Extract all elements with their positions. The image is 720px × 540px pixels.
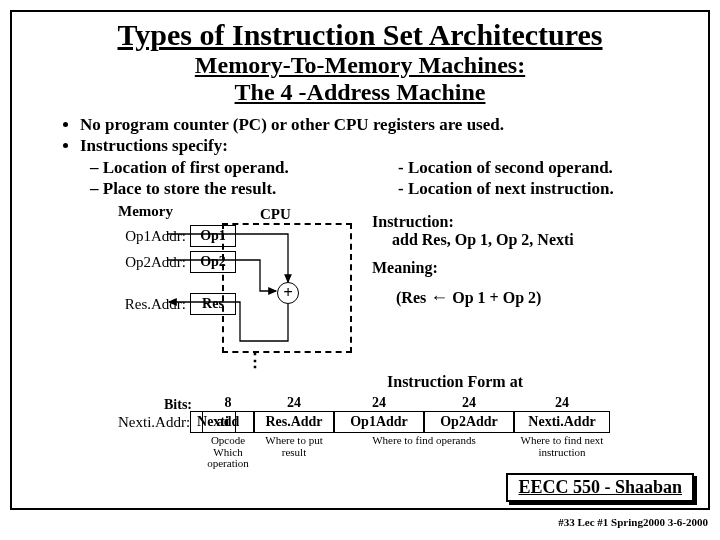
bits-label: Bits: bbox=[164, 397, 192, 413]
desc-nexti: Where to find next instruction bbox=[514, 433, 610, 472]
meaning-equation: (Res ← Op 1 + Op 2) bbox=[396, 287, 574, 308]
lecture-line: #33 Lec #1 Spring2000 3-6-2000 bbox=[558, 516, 708, 528]
cpu-label: CPU bbox=[260, 206, 291, 223]
bits-2: 24 bbox=[334, 395, 424, 411]
addr-res: Res.Addr: bbox=[118, 296, 190, 313]
subbullet-2a: Place to store the result. bbox=[103, 179, 277, 198]
bits-0: 8 bbox=[202, 395, 254, 411]
instruction-code: add Res, Op 1, Op 2, Nexti bbox=[392, 231, 574, 249]
adder-icon: + bbox=[277, 282, 299, 304]
subbullet-1a: Location of first operand. bbox=[103, 158, 289, 177]
fmtcell-nexti: Nexti.Addr bbox=[514, 411, 610, 433]
subbullet-1b: - Location of second operand. bbox=[398, 157, 678, 178]
format-table: 8 24 24 24 24 add Res.Addr Op1Addr Op2Ad… bbox=[202, 395, 610, 472]
addr-op1: Op1Addr: bbox=[118, 228, 190, 245]
desc-res: Where to put result bbox=[254, 433, 334, 472]
desc-operands: Where to find operands bbox=[334, 433, 514, 472]
subtitle-line1: Memory-To-Memory Machines: bbox=[12, 52, 708, 79]
addr-nexti: Nexti.Addr: bbox=[118, 414, 190, 431]
instruction-area: Instruction: add Res, Op 1, Op 2, Nexti … bbox=[372, 213, 574, 308]
subbullet-2b: - Location of next instruction. bbox=[398, 178, 678, 199]
desc-opcode: Opcode Which operation bbox=[202, 433, 254, 472]
bullets: No program counter (PC) or other CPU reg… bbox=[62, 114, 678, 199]
fmtcell-op2: Op2Addr bbox=[424, 411, 514, 433]
format-title: Instruction Form at bbox=[387, 373, 523, 391]
fmtcell-res: Res.Addr bbox=[254, 411, 334, 433]
memory-label: Memory bbox=[118, 203, 173, 220]
bits-4: 24 bbox=[514, 395, 610, 411]
fmtcell-op1: Op1Addr bbox=[334, 411, 424, 433]
bullet-1: No program counter (PC) or other CPU reg… bbox=[80, 114, 678, 135]
left-arrow-icon: ← bbox=[430, 287, 448, 307]
fmtcell-opcode: add bbox=[202, 411, 254, 433]
page-title: Types of Instruction Set Architectures bbox=[12, 18, 708, 52]
course-box: EECC 550 - Shaaban bbox=[506, 473, 694, 502]
instruction-heading: Instruction: bbox=[372, 213, 574, 231]
bullet-2: Instructions specify: bbox=[80, 135, 678, 156]
bits-3: 24 bbox=[424, 395, 514, 411]
subtitle-line2: The 4 -Address Machine bbox=[12, 79, 708, 106]
meaning-heading: Meaning: bbox=[372, 259, 574, 277]
bits-1: 24 bbox=[254, 395, 334, 411]
addr-op2: Op2Addr: bbox=[118, 254, 190, 271]
